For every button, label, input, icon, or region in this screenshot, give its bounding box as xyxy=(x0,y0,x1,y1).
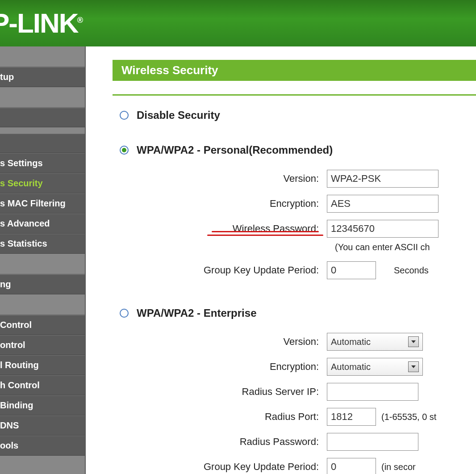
hint-radius-port: (1-65535, 0 st xyxy=(381,412,436,422)
sidebar-gap xyxy=(0,127,85,134)
sidebar-item-label: Binding xyxy=(0,400,33,411)
sidebar-item-label: ools xyxy=(0,440,18,451)
sidebar-gap xyxy=(0,87,85,108)
label-encryption: Encryption: xyxy=(135,198,327,210)
header: P-LINK® xyxy=(0,0,476,46)
sidebar-item-label: l Routing xyxy=(0,360,39,370)
chevron-down-icon xyxy=(408,336,419,347)
row-radius-port: Radius Port: (1-65535, 0 st xyxy=(135,407,476,427)
page-title: Wireless Security xyxy=(113,60,476,81)
brand-logo: P-LINK® xyxy=(0,9,82,37)
sidebar-item-label: tup xyxy=(0,72,14,82)
select-ent-version-value: Automatic xyxy=(331,337,371,347)
sidebar-item-h-control[interactable]: h Control xyxy=(0,375,85,395)
input-wireless-password[interactable] xyxy=(327,220,438,238)
select-ent-version[interactable]: Automatic xyxy=(327,333,423,351)
select-ent-encryption-value: Automatic xyxy=(331,362,371,372)
section-wpa-personal: WPA/WPA2 - Personal(Recommended) Version… xyxy=(113,144,476,280)
brand-text: P-LINK xyxy=(0,8,78,38)
sidebar-item-label: Control xyxy=(0,320,32,330)
label-version: Version: xyxy=(135,173,327,185)
radio-disable-security[interactable] xyxy=(120,111,129,120)
input-radius-ip[interactable] xyxy=(327,383,418,401)
sidebar-item-label: s Advanced xyxy=(0,218,50,229)
radio-wpa-enterprise[interactable] xyxy=(120,309,129,318)
sidebar-gap xyxy=(0,254,85,274)
sidebar-item-setup[interactable]: tup xyxy=(0,67,85,87)
brand-reg-mark: ® xyxy=(77,16,82,25)
sidebar-item-tools[interactable]: ools xyxy=(0,436,85,456)
sidebar-item-control[interactable]: Control xyxy=(0,315,85,335)
sidebar-item-binding[interactable]: Binding xyxy=(0,395,85,415)
sidebar-item-label: s MAC Filtering xyxy=(0,198,66,209)
sidebar-item-label: ng xyxy=(0,279,11,289)
radio-row-wpa-enterprise: WPA/WPA2 - Enterprise xyxy=(135,307,476,319)
sidebar-gap xyxy=(0,294,85,315)
sidebar-item-advanced[interactable]: s Advanced xyxy=(0,214,85,234)
section-disable: Disable Security xyxy=(113,109,476,122)
sidebar-item-ng[interactable]: ng xyxy=(0,274,85,294)
row-wireless-password: Wireless Password: xyxy=(135,219,476,239)
label-radius-password: Radius Password: xyxy=(135,436,327,448)
sidebar-item-label: ontrol xyxy=(0,340,25,350)
section-wpa-enterprise: WPA/WPA2 - Enterprise Version: Automatic… xyxy=(113,307,476,474)
underline-annotation xyxy=(212,231,319,237)
input-gkup[interactable] xyxy=(327,261,376,279)
sidebar-gap xyxy=(0,46,85,67)
input-radius-password[interactable] xyxy=(327,433,418,451)
divider xyxy=(113,94,476,96)
row-gkup: Group Key Update Period: Seconds xyxy=(135,260,476,280)
label-ent-gkup: Group Key Update Period: xyxy=(135,461,327,473)
label-radius-port: Radius Port: xyxy=(135,411,327,423)
radio-label-wpa-personal: WPA/WPA2 - Personal(Recommended) xyxy=(137,144,333,156)
row-radius-password: Radius Password: xyxy=(135,432,476,452)
sidebar-item-ontrol[interactable]: ontrol xyxy=(0,335,85,355)
input-ent-gkup[interactable] xyxy=(327,458,376,474)
label-radius-ip: Radius Server IP: xyxy=(135,386,327,398)
input-version[interactable] xyxy=(327,170,438,188)
sidebar-item-label: DNS xyxy=(0,420,19,431)
row-version: Version: xyxy=(135,169,476,189)
main: tup s Settings s Security s MAC Filterin… xyxy=(0,46,476,474)
row-ent-version: Version: Automatic xyxy=(135,332,476,352)
row-radius-ip: Radius Server IP: xyxy=(135,382,476,402)
sidebar-item-label: s Statistics xyxy=(0,239,47,249)
sidebar-item-label: s Security xyxy=(0,178,43,189)
sidebar-item-routing[interactable]: l Routing xyxy=(0,355,85,375)
sidebar-item-security[interactable]: s Security xyxy=(0,173,85,193)
sidebar-item[interactable] xyxy=(0,134,85,153)
sidebar-item-settings[interactable]: s Settings xyxy=(0,153,85,173)
chevron-down-icon xyxy=(408,361,419,372)
sidebar-item-label: h Control xyxy=(0,380,40,390)
select-ent-encryption[interactable]: Automatic xyxy=(327,358,423,376)
radio-label-disable: Disable Security xyxy=(137,109,220,122)
unit-ent-gkup: (in secor xyxy=(381,462,416,472)
hint-password: (You can enter ASCII ch xyxy=(135,242,476,252)
content: Wireless Security Disable Security WPA/W… xyxy=(86,46,476,474)
label-ent-version: Version: xyxy=(135,336,327,348)
label-ent-encryption: Encryption: xyxy=(135,361,327,373)
radio-wpa-personal[interactable] xyxy=(120,146,129,155)
label-gkup: Group Key Update Period: xyxy=(135,264,327,276)
row-ent-encryption: Encryption: Automatic xyxy=(135,357,476,377)
unit-gkup: Seconds xyxy=(394,265,429,276)
sidebar-item-label: s Settings xyxy=(0,158,43,168)
radio-label-wpa-enterprise: WPA/WPA2 - Enterprise xyxy=(137,307,256,319)
radio-row-wpa-personal: WPA/WPA2 - Personal(Recommended) xyxy=(135,144,476,156)
radio-row-disable: Disable Security xyxy=(135,109,476,122)
input-encryption[interactable] xyxy=(327,195,438,213)
row-ent-gkup: Group Key Update Period: (in secor xyxy=(135,457,476,474)
sidebar-item-dns[interactable]: DNS xyxy=(0,415,85,436)
label-wireless-password: Wireless Password: xyxy=(135,223,327,235)
sidebar: tup s Settings s Security s MAC Filterin… xyxy=(0,46,86,474)
sidebar-item-mac-filtering[interactable]: s MAC Filtering xyxy=(0,193,85,214)
input-radius-port[interactable] xyxy=(327,408,376,426)
sidebar-item[interactable] xyxy=(0,108,85,127)
sidebar-item-statistics[interactable]: s Statistics xyxy=(0,234,85,254)
row-encryption: Encryption: xyxy=(135,194,476,214)
